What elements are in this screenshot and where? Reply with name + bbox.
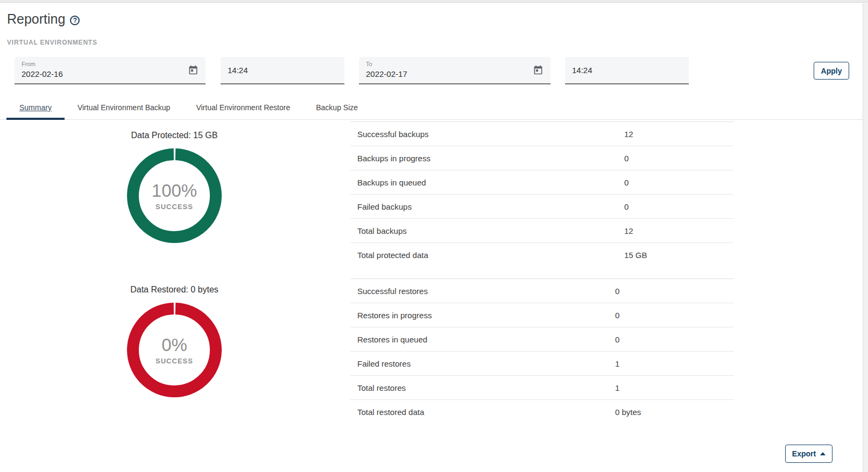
- export-button[interactable]: Export: [785, 445, 832, 463]
- from-time-field[interactable]: 14:24: [221, 57, 344, 84]
- export-row: Export: [0, 445, 832, 463]
- table-row: Total protected data 15 GB: [350, 243, 733, 267]
- donut-sublabel: SUCCESS: [156, 203, 193, 211]
- charts-column: Data Protected: 15 GB 100% SUCCESS Data …: [0, 120, 350, 397]
- table-row: Total restores 1: [350, 376, 733, 400]
- tab-virtual-environment-backup[interactable]: Virtual Environment Backup: [65, 95, 184, 119]
- table-row: Backups in progress 0: [350, 146, 733, 170]
- backup-stats-table: Successful backups 12 Backups in progres…: [350, 121, 733, 267]
- stat-label: Failed backups: [357, 202, 624, 211]
- stat-value: 0: [615, 311, 619, 320]
- tab-backup-size[interactable]: Backup Size: [303, 95, 371, 119]
- stat-value: 0: [615, 335, 619, 344]
- calendar-icon[interactable]: [188, 65, 199, 75]
- stat-label: Successful backups: [357, 130, 624, 139]
- stat-value: 0: [624, 178, 629, 187]
- restore-stats-table: Successful restores 0 Restores in progre…: [350, 278, 733, 424]
- stat-value: 0 bytes: [615, 407, 641, 417]
- stat-value: 0: [615, 287, 619, 296]
- from-time-value: 14:24: [228, 66, 248, 75]
- from-date-value: 2022-02-16: [22, 69, 199, 78]
- date-filter-bar: From 2022-02-16 14:24 To 2022-02-17 14:2…: [15, 57, 863, 84]
- stat-label: Total protected data: [357, 251, 624, 260]
- scrollbar-track[interactable]: [863, 3, 868, 472]
- stat-label: Backups in queued: [357, 178, 624, 187]
- tab-label: Virtual Environment Backup: [77, 103, 171, 112]
- success-donut-chart: 0% SUCCESS: [127, 303, 222, 397]
- donut-percent: 100%: [152, 181, 197, 201]
- stat-label: Total backups: [357, 226, 624, 235]
- stat-value: 0: [624, 202, 629, 211]
- stat-label: Total restored data: [357, 407, 615, 417]
- tab-label: Virtual Environment Restore: [196, 103, 290, 112]
- from-date-label: From: [22, 61, 199, 67]
- export-button-label: Export: [792, 449, 816, 458]
- table-row: Restores in progress 0: [350, 303, 733, 327]
- donut-percent: 0%: [161, 335, 187, 355]
- success-donut-chart: 100% SUCCESS: [127, 148, 222, 243]
- stat-value: 12: [624, 130, 633, 139]
- summary-content: Data Protected: 15 GB 100% SUCCESS Data …: [0, 120, 863, 424]
- table-row: Successful backups 12: [350, 122, 733, 146]
- window-top-strip: [0, 0, 868, 3]
- stats-column: Successful backups 12 Backups in progres…: [350, 120, 733, 424]
- stat-value: 15 GB: [624, 251, 647, 260]
- to-date-value: 2022-02-17: [366, 69, 544, 78]
- donut-center: 0% SUCCESS: [127, 303, 222, 397]
- table-row: Backups in queued 0: [350, 170, 733, 195]
- tab-label: Summary: [19, 103, 52, 112]
- apply-button[interactable]: Apply: [814, 62, 849, 80]
- active-tab-indicator: [6, 118, 65, 120]
- data-protected-chart: Data Protected: 15 GB 100% SUCCESS: [0, 131, 349, 243]
- stat-label: Restores in progress: [357, 311, 615, 320]
- to-date-field[interactable]: To 2022-02-17: [359, 57, 551, 84]
- stat-label: Backups in progress: [357, 154, 624, 163]
- table-row: Successful restores 0: [350, 279, 733, 303]
- stat-value: 0: [624, 154, 629, 163]
- data-restored-chart: Data Restored: 0 bytes 0% SUCCESS: [0, 285, 349, 397]
- section-label: VIRTUAL ENVIRONMENTS: [7, 39, 863, 46]
- donut-sublabel: SUCCESS: [156, 357, 193, 365]
- help-icon[interactable]: ?: [70, 16, 80, 25]
- table-row: Failed restores 1: [350, 352, 733, 376]
- stat-label: Successful restores: [357, 287, 615, 296]
- to-time-value: 14:24: [572, 66, 592, 75]
- stat-label: Restores in queued: [357, 335, 615, 344]
- donut-center: 100% SUCCESS: [127, 148, 222, 243]
- stat-label: Total restores: [357, 383, 615, 392]
- tab-label: Backup Size: [316, 103, 358, 112]
- from-date-field[interactable]: From 2022-02-16: [15, 57, 206, 84]
- calendar-icon[interactable]: [533, 65, 544, 75]
- reporting-page: Reporting ? VIRTUAL ENVIRONMENTS From 20…: [0, 11, 863, 463]
- tab-virtual-environment-restore[interactable]: Virtual Environment Restore: [183, 95, 303, 119]
- triangle-up-icon: [820, 452, 825, 455]
- to-time-field[interactable]: 14:24: [565, 57, 689, 84]
- chart-title: Data Protected: 15 GB: [131, 131, 218, 140]
- to-date-label: To: [366, 61, 544, 67]
- stat-value: 12: [624, 226, 633, 235]
- chart-title: Data Restored: 0 bytes: [130, 285, 218, 295]
- table-row: Total backups 12: [350, 219, 733, 243]
- page-title-row: Reporting ?: [7, 11, 863, 27]
- page-title: Reporting: [7, 11, 65, 27]
- stat-value: 1: [615, 359, 619, 368]
- report-tabs: Summary Virtual Environment Backup Virtu…: [0, 95, 863, 120]
- table-row: Restores in queued 0: [350, 327, 733, 352]
- tab-summary[interactable]: Summary: [6, 95, 65, 119]
- stat-value: 1: [615, 383, 619, 392]
- table-row: Failed backups 0: [350, 195, 733, 219]
- stat-label: Failed restores: [357, 359, 615, 368]
- table-row: Total restored data 0 bytes: [350, 400, 733, 424]
